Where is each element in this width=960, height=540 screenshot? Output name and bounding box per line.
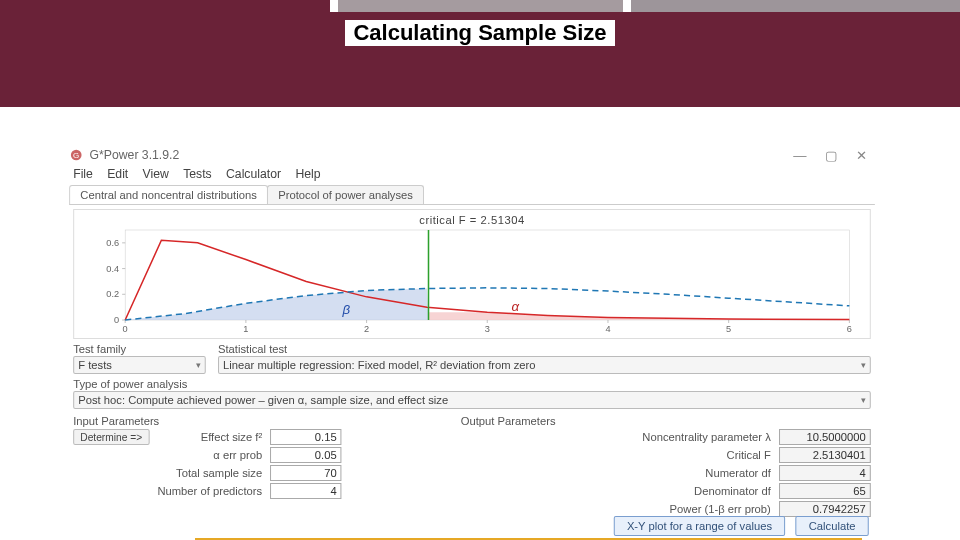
svg-text:α: α (511, 299, 519, 314)
svg-text:4: 4 (605, 324, 610, 334)
label-alpha: α err prob (157, 449, 262, 461)
label-output-parameters: Output Parameters (461, 415, 871, 427)
gpower-window: G G*Power 3.1.9.2 — ▢ ✕ File Edit View T… (65, 145, 879, 540)
tab-row: Central and noncentral distributions Pro… (69, 185, 875, 205)
svg-text:β: β (341, 302, 350, 317)
app-icon: G (69, 148, 83, 162)
menu-edit[interactable]: Edit (107, 167, 128, 181)
label-type-power: Type of power analysis (73, 378, 871, 390)
label-test-family: Test family (73, 343, 206, 355)
bottom-button-bar: X-Y plot for a range of values Calculate (65, 512, 879, 540)
label-effect-size: Effect size f² (157, 431, 262, 443)
label-predictors: Number of predictors (157, 485, 262, 497)
svg-text:5: 5 (726, 324, 731, 334)
label-total-n: Total sample size (157, 467, 262, 479)
svg-text:3: 3 (485, 324, 490, 334)
svg-text:0.4: 0.4 (106, 264, 119, 274)
svg-text:0.6: 0.6 (106, 238, 119, 248)
svg-text:0: 0 (123, 324, 128, 334)
xy-plot-button[interactable]: X-Y plot for a range of values (614, 516, 786, 536)
slide-title-bar: Calculating Sample Size (0, 12, 960, 107)
svg-text:6: 6 (847, 324, 852, 334)
label-statistical-test: Statistical test (218, 343, 871, 355)
select-type-power[interactable]: Post hoc: Compute achieved power – given… (73, 391, 871, 409)
label-ncp: Noncentrality parameter λ (461, 431, 771, 443)
svg-text:G: G (73, 151, 79, 160)
select-test-family[interactable]: F tests (73, 356, 206, 374)
menu-view[interactable]: View (143, 167, 169, 181)
window-title: G*Power 3.1.9.2 (89, 148, 179, 162)
field-total-n[interactable]: 70 (270, 465, 341, 481)
distribution-chart: critical F = 2.51304 00.20.40.60123456βα (73, 209, 871, 339)
field-den-df: 65 (779, 483, 871, 499)
field-critf: 2.5130401 (779, 447, 871, 463)
field-ncp: 10.5000000 (779, 429, 871, 445)
label-den-df: Denominator df (461, 485, 771, 497)
label-input-parameters: Input Parameters (73, 415, 420, 427)
maximize-icon[interactable]: ▢ (825, 148, 837, 163)
decorative-top-strip (0, 0, 960, 12)
menu-calculator[interactable]: Calculator (226, 167, 281, 181)
tab-protocol[interactable]: Protocol of power analyses (267, 185, 424, 204)
svg-text:2: 2 (364, 324, 369, 334)
select-statistical-test[interactable]: Linear multiple regression: Fixed model,… (218, 356, 871, 374)
minimize-icon[interactable]: — (793, 148, 806, 163)
menu-tests[interactable]: Tests (183, 167, 212, 181)
field-effect-size[interactable]: 0.15 (270, 429, 341, 445)
determine-button[interactable]: Determine => (73, 429, 149, 445)
tab-distributions[interactable]: Central and noncentral distributions (69, 185, 268, 204)
svg-text:0: 0 (114, 315, 119, 325)
label-num-df: Numerator df (461, 467, 771, 479)
svg-text:0.2: 0.2 (106, 289, 119, 299)
field-alpha[interactable]: 0.05 (270, 447, 341, 463)
field-predictors[interactable]: 4 (270, 483, 341, 499)
slide-title: Calculating Sample Size (345, 20, 614, 46)
window-titlebar: G G*Power 3.1.9.2 — ▢ ✕ (65, 145, 879, 165)
field-num-df: 4 (779, 465, 871, 481)
label-critf: Critical F (461, 449, 771, 461)
close-icon[interactable]: ✕ (856, 148, 867, 163)
svg-text:1: 1 (243, 324, 248, 334)
menubar: File Edit View Tests Calculator Help (65, 165, 879, 183)
menu-file[interactable]: File (73, 167, 93, 181)
chart-svg: 00.20.40.60123456βα (78, 228, 865, 338)
menu-help[interactable]: Help (295, 167, 320, 181)
chart-title: critical F = 2.51304 (78, 214, 865, 226)
calculate-button[interactable]: Calculate (795, 516, 868, 536)
